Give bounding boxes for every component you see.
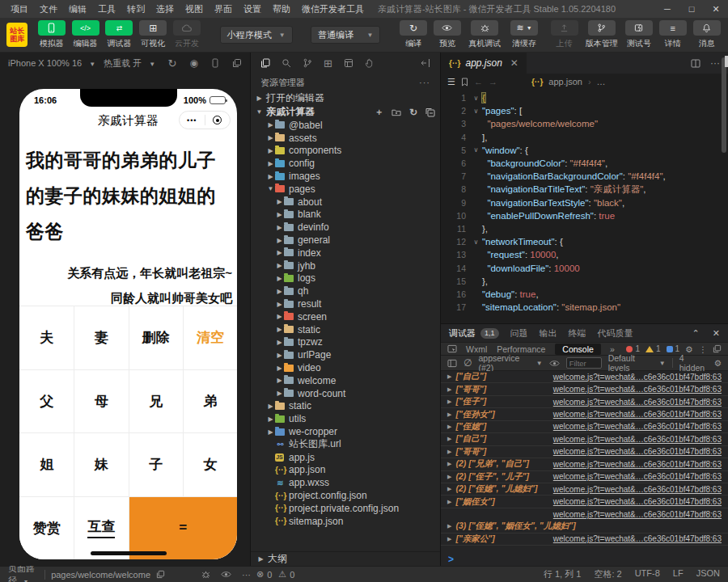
multi-window-icon[interactable] [232,58,242,68]
vconsole-bug-icon[interactable] [201,570,210,579]
tree-item[interactable]: ▶qh [251,285,440,297]
menu-item-选择[interactable]: 选择 [150,3,180,15]
keypad-key[interactable]: 清空 [183,306,237,369]
exit-button[interactable] [205,116,231,124]
editor-more-icon[interactable]: ··· [710,57,720,69]
storage-icon[interactable] [344,58,353,68]
console-row[interactable]: welcome.js?t=wechat&…c6e36c01bf47bdf8:63 [441,508,728,521]
fold-icon[interactable]: ∨ [470,108,482,115]
console-row[interactable]: ▶["亲家公"]welcome.js?t=wechat&…c6e36c01bf4… [441,534,728,546]
keypad-key[interactable]: 女 [183,432,237,496]
tree-item[interactable]: ▶logs [251,272,440,285]
eye-icon[interactable] [549,360,560,367]
tree-item[interactable]: ▶components [251,145,440,158]
keypad-key[interactable]: 兄 [129,369,183,433]
keypad-key[interactable]: 妹 [74,432,128,496]
details-button[interactable]: ≡ 详情 [658,20,688,49]
debug-tab-调试器[interactable]: 调试器 [449,327,476,340]
log-source-link[interactable]: welcome.js?t=wechat&…c6e36c01bf47bdf8:63 [553,447,722,456]
log-source-link[interactable]: welcome.js?t=wechat&…c6e36c01bf47bdf8:63 [553,472,722,481]
tree-item[interactable]: ▶general [251,234,440,247]
menu-item-帮助[interactable]: 帮助 [267,3,296,15]
new-folder-icon[interactable] [392,108,401,116]
tree-item[interactable]: ▶devinfo [251,221,440,234]
maximize-button[interactable]: □ [679,4,704,15]
more-tabs-icon[interactable]: » [610,344,615,354]
console-row[interactable]: ▶["侄孙女"]welcome.js?t=wechat&…c6e36c01bf4… [441,408,728,420]
console-row[interactable]: ▶(2) ["侄媳", "儿媳妇"]welcome.js?t=wechat&…c… [441,483,728,496]
tree-item[interactable]: ▶screen [251,310,440,323]
expand-icon[interactable]: ▶ [447,499,451,505]
collapse-all-icon[interactable] [425,108,435,117]
debugger-button[interactable]: ⇄ 调试器 [104,20,134,49]
console-row[interactable]: ▶["哥哥"]welcome.js?t=wechat&…c6e36c01bf47… [441,446,728,458]
tree-item[interactable]: ▶utils [251,412,440,425]
compile-button[interactable]: ↻ 编译 [399,20,429,49]
record-icon[interactable]: ◉ [190,57,198,69]
tree-item[interactable]: ▶static [251,323,440,336]
tree-item[interactable]: ▶we-cropper [251,425,440,438]
devtools-tab-performance[interactable]: Performance [497,344,545,354]
error-count[interactable]: 1 [626,344,640,353]
expand-icon[interactable]: ▶ [447,461,451,467]
debug-tab-代码质量[interactable]: 代码质量 [598,327,633,340]
new-file-icon[interactable]: ＋ [375,106,383,118]
split-editor-icon[interactable] [691,59,700,68]
tree-item[interactable]: {··}project.config.json [251,489,440,502]
log-source-link[interactable]: welcome.js?t=wechat&…c6e36c01bf47bdf8:63 [553,435,722,444]
breadcrumb-more[interactable]: … [597,77,606,86]
tree-item[interactable]: ▶tpzwz [251,336,440,349]
log-source-link[interactable]: welcome.js?t=wechat&…c6e36c01bf47bdf8:63 [553,398,722,407]
tree-item[interactable]: {··}app.json [251,464,440,477]
log-source-link[interactable]: welcome.js?t=wechat&…c6e36c01bf47bdf8:63 [553,460,722,469]
problems-indicator[interactable]: ⊗0 ⚠0 [256,569,294,580]
messages-button[interactable]: 消息 [692,20,722,49]
mode-select[interactable]: 小程序模式▼ [220,26,293,44]
status-segment[interactable]: 空格: 2 [594,568,621,580]
fold-icon[interactable]: ∨ [470,95,482,102]
close-panel-icon[interactable]: ✕ [713,328,720,339]
clear-cache-button[interactable]: ≋▼ 清缓存 [507,20,541,49]
collapse-panel-icon[interactable]: ⌃ [692,328,700,339]
tree-item[interactable]: ▶video [251,361,440,374]
console-row[interactable]: ▶(2) ["侄子", "儿子"]welcome.js?t=wechat&…c6… [441,471,728,483]
context-select[interactable]: appservice (#2)▼ [478,353,542,373]
tree-item[interactable]: ▶word-count [251,387,440,400]
filter-input[interactable] [566,357,602,369]
keypad-key[interactable]: 删除 [129,306,183,369]
keypad-key[interactable]: 母 [74,369,128,433]
tree-item[interactable]: ▶welcome [251,374,440,387]
undock-icon[interactable] [713,344,722,353]
menu-item-工具[interactable]: 工具 [92,3,121,15]
remote-debug-button[interactable]: 真机调试 [466,20,503,49]
console-row[interactable]: ▶["侄子"]welcome.js?t=wechat&…c6e36c01bf47… [441,396,728,408]
bookmark-icon[interactable] [461,78,468,86]
more-menu-button[interactable]: ••• [180,116,205,124]
log-source-link[interactable]: welcome.js?t=wechat&…c6e36c01bf47bdf8:63 [553,497,722,506]
statusbar-more-icon[interactable]: ··· [242,570,251,580]
more-actions-icon[interactable]: ··· [419,78,430,87]
log-source-link[interactable]: welcome.js?t=wechat&…c6e36c01bf47bdf8:63 [553,534,722,543]
status-segment[interactable]: JSON [696,568,720,580]
hot-reload-toggle[interactable]: 热重载 开 ▼ [104,57,155,70]
tree-item[interactable]: ▶index [251,247,440,259]
keypad-key[interactable]: 妻 [74,306,128,369]
log-source-link[interactable]: welcome.js?t=wechat&…c6e36c01bf47bdf8:63 [553,410,722,419]
simulator-button[interactable]: 模拟器 [36,20,66,49]
info-count[interactable]: 1 [667,344,680,353]
collapse-sidebar-icon[interactable] [421,58,430,68]
compile-mode-select[interactable]: 普通编译▼ [311,26,380,44]
console-row[interactable]: ▶["侄媳"]welcome.js?t=wechat&…c6e36c01bf47… [441,421,728,433]
open-editors-section[interactable]: ▶打开的编辑器 [251,91,440,105]
debug-tab-输出[interactable]: 输出 [540,327,557,340]
console-row[interactable]: ▶["哥哥"]welcome.js?t=wechat&…c6e36c01bf47… [441,383,728,395]
expand-icon[interactable]: ▶ [447,474,451,480]
debug-tab-终端[interactable]: 终端 [569,327,586,340]
devtools-tab-wxml[interactable]: Wxml [466,344,487,354]
expand-icon[interactable]: ▶ [447,399,451,405]
hand-tool-icon[interactable] [365,58,374,68]
tree-item[interactable]: JSapp.js [251,451,440,464]
tree-item[interactable]: ⚯站长图库.url [251,438,440,451]
status-segment[interactable]: LF [673,568,684,580]
fold-icon[interactable]: ∨ [470,238,482,246]
